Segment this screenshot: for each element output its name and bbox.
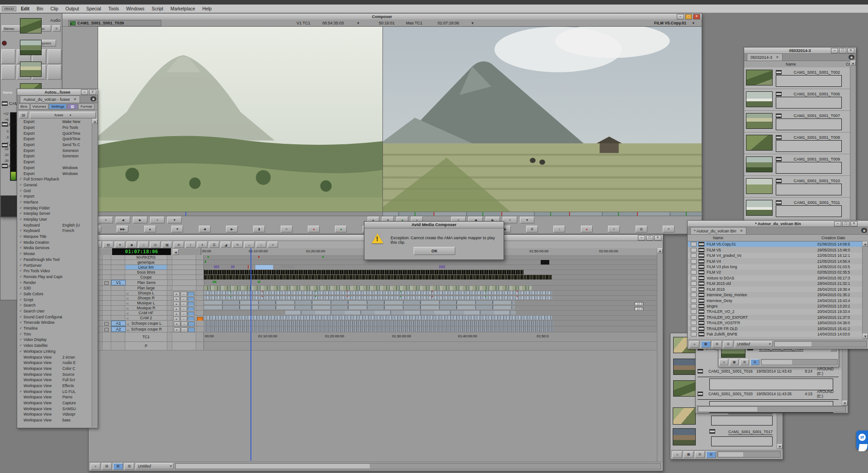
bin-view-button[interactable]: ☰ <box>750 359 760 365</box>
audio-clock-button[interactable] <box>188 322 195 326</box>
clip-thumbnail[interactable] <box>746 200 773 216</box>
track-name[interactable]: TC1 <box>125 332 167 341</box>
settings-list-item[interactable]: ✓ PortServer <box>18 262 93 268</box>
track-name[interactable]: Shoeps L◁ <box>125 291 167 295</box>
bin-tab[interactable]: 05032014-3✕ <box>747 53 783 61</box>
composer-tool-button[interactable]: ▼ <box>171 226 183 232</box>
clip-color-box[interactable] <box>691 321 697 325</box>
audio-menu-icon[interactable]: ≡ <box>52 25 61 32</box>
settings-list-item[interactable]: ✓ Timeline <box>18 326 93 331</box>
menu-item[interactable]: Marketplace <box>167 6 198 11</box>
minimize-button[interactable]: – <box>81 90 88 95</box>
clip-color-box[interactable] <box>691 332 697 336</box>
sequence-row[interactable]: TRAILER_VOSTFR 18/04/2015 04:38:0 <box>688 320 863 326</box>
track-name[interactable]: Plan Serre◁ <box>126 280 168 285</box>
track-select-box[interactable]: V1 <box>111 280 126 285</box>
track-content[interactable] <box>204 270 657 274</box>
timeline-track[interactable]: A2 Schoeps coupe R◁ ▸ ~ <box>89 326 657 332</box>
composer-tool-button[interactable]: ⊞ <box>526 226 538 232</box>
track-name[interactable]: Plan large◁ <box>125 286 167 290</box>
settings-list-item[interactable]: ✓ Interface <box>18 199 93 205</box>
maximize-button[interactable]: ▢ <box>646 235 653 241</box>
settings-list-item[interactable]: ✓ Keyboard French <box>18 228 93 234</box>
timeline-tool-button[interactable]: ‖ <box>197 241 208 248</box>
vertical-scrollbar[interactable]: ▼ <box>842 341 848 406</box>
track-select-box[interactable] <box>111 296 125 300</box>
clip-color-box[interactable] <box>691 281 697 286</box>
audio-wave-button[interactable]: ~ <box>181 322 188 326</box>
track-content[interactable] <box>204 286 657 290</box>
sequence-row[interactable]: FILM 2015 old 28/04/2015 21:32:1 <box>688 281 863 286</box>
chevron-down-icon[interactable]: ▾ <box>472 21 474 25</box>
minimize-button[interactable]: – <box>834 221 841 227</box>
bin-clip-row[interactable]: CAM1_S001_S001_T007 <box>744 111 850 132</box>
clip-thumbnail[interactable] <box>746 113 773 129</box>
settings-list-item[interactable]: Export <box>18 159 93 165</box>
source-clip-selector[interactable]: CAM1_S001_S001_T039 ▾ <box>68 20 161 26</box>
settings-list-item[interactable]: ✓ Marquee Title <box>18 234 93 240</box>
composer-tool-button[interactable]: ≡ <box>281 226 292 232</box>
composer-tool-button[interactable]: ≡ <box>663 226 675 232</box>
clip-color-box[interactable] <box>691 265 697 269</box>
timeline-track[interactable]: Plan large◁ ▸ ~ <box>89 286 657 291</box>
track-content[interactable] <box>204 275 657 279</box>
settings-list-item[interactable]: ✓ Timecode Window <box>18 320 93 326</box>
settings-list-item[interactable]: Export Sorenson <box>18 147 93 153</box>
track-solo-mute-strip[interactable] <box>196 275 204 279</box>
menu-item[interactable]: Windows <box>123 6 148 11</box>
track-solo-mute-strip[interactable] <box>197 280 204 285</box>
settings-list-item[interactable]: Workspace View Effects <box>18 383 93 389</box>
sequence-row[interactable]: interview_Desy 24/04/2015 15:43:4 <box>688 298 863 303</box>
settings-title-bar[interactable]: Autou...fusee – ✕ <box>17 89 98 95</box>
bin-tab-partial[interactable]: 05032 <box>2 6 16 11</box>
tab-volumes[interactable]: Volumes <box>30 104 49 109</box>
track-name[interactable]: Musique R◁ <box>125 306 167 310</box>
tc-duration-value[interactable]: 50:16:01 <box>379 21 395 25</box>
transport-button[interactable]: » <box>150 217 165 223</box>
settings-list-item[interactable]: ✓ S3D <box>18 285 93 291</box>
timeline-tool-button[interactable]: ⌂ <box>138 241 149 248</box>
minimize-button[interactable]: – <box>677 14 684 19</box>
clip-color-box[interactable] <box>691 315 697 320</box>
clip-thumbnail[interactable] <box>746 70 773 85</box>
clip-color-box[interactable] <box>691 304 697 308</box>
timeline-track[interactable]: Coupe◁ ▸ ~ <box>89 275 657 280</box>
composer-tool-button[interactable]: ◀ <box>199 226 211 232</box>
sequence-row[interactable]: TRAILER FR OLD 16/04/2015 15:41:2 <box>688 326 863 331</box>
bin-title-bar[interactable]: 05032014-3 – ▢ ✕ <box>744 47 856 54</box>
track-content[interactable] <box>204 321 657 326</box>
settings-list-item[interactable]: Workspace View Full Scr <box>18 377 93 383</box>
sequence-row[interactable]: Voiture to DOAS 29/04/2015 05:17:3 <box>688 275 863 281</box>
track-content[interactable] <box>204 265 657 270</box>
settings-list-item[interactable]: Workspace View Source <box>18 371 93 377</box>
menu-item[interactable]: Bin <box>33 6 47 11</box>
sequence-row[interactable]: FILM V3 plus long 14/05/2015 01:03:5 <box>688 264 863 270</box>
composer-tool-button[interactable]: ▲ <box>144 226 156 232</box>
source-monitor[interactable] <box>98 26 383 212</box>
settings-list-item[interactable]: ✓ Passthrough Mix Tool <box>18 257 93 263</box>
track-solo-mute-strip[interactable] <box>196 286 204 290</box>
track-select-box[interactable]: A1 <box>111 321 126 326</box>
bin-view-button[interactable]: ▦ <box>730 359 739 365</box>
track-select-box[interactable] <box>111 301 125 305</box>
close-tab-icon[interactable]: ✕ <box>740 229 743 233</box>
tc-source-value[interactable]: 06:54:35:03 <box>322 21 344 25</box>
clip-color-box[interactable] <box>691 293 697 297</box>
minimize-button[interactable]: – <box>831 48 838 53</box>
settings-list-item[interactable]: ✓ Interplay Folder <box>18 205 93 211</box>
bin-view-button[interactable]: ⊞ <box>712 341 722 348</box>
timeline-tool-button[interactable]: ✎ <box>232 241 243 248</box>
clip-color-box[interactable] <box>691 276 697 280</box>
track-name[interactable]: CAM HF◁ <box>125 311 167 315</box>
track-solo-mute-strip[interactable] <box>196 270 204 274</box>
menu-item[interactable]: Edit <box>17 6 33 11</box>
track-select-box[interactable] <box>111 265 125 270</box>
audio-pan-button[interactable]: ▸ <box>174 327 180 332</box>
timeline-tool-button[interactable]: ↕ <box>256 241 266 248</box>
timeline-track[interactable]: Shoeps R◁ ▸ ~ <box>89 296 657 301</box>
profile-menu-icon[interactable]: ▤ <box>19 112 28 118</box>
fast-menu-icon[interactable]: ◉ <box>861 228 867 233</box>
timeline-tool-button[interactable]: ▤ <box>103 241 113 248</box>
project-tab[interactable]: Autour_du_volcan - fusee ✕ <box>20 95 80 103</box>
settings-list-item[interactable]: ✓ Script <box>18 297 93 303</box>
